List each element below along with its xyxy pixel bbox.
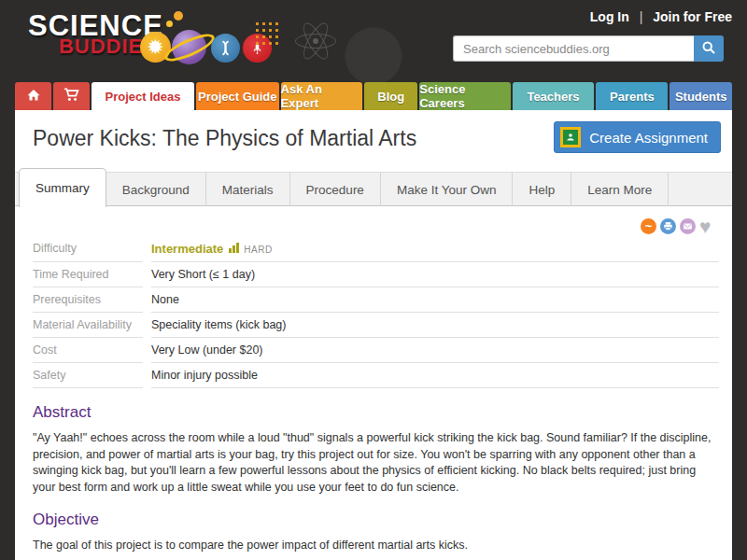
detail-row-cost: Cost Very Low (under $20)	[33, 338, 719, 363]
tab-help[interactable]: Help	[513, 173, 571, 206]
favorite-heart-icon[interactable]: ♥	[699, 218, 718, 234]
abstract-heading: Abstract	[33, 403, 719, 422]
objective-heading: Objective	[33, 511, 719, 529]
email-icon[interactable]	[680, 218, 696, 234]
join-for-free-link[interactable]: Join for Free	[653, 9, 732, 24]
google-classroom-icon	[560, 127, 581, 147]
difficulty-value: Intermediate	[151, 242, 223, 256]
detail-row-prerequisites: Prerequisites None	[33, 287, 719, 313]
tab-background[interactable]: Background	[106, 173, 206, 206]
detail-label: Cost	[33, 338, 143, 363]
detail-label: Material Availability	[33, 313, 143, 338]
project-tab-strip: Summary Background Materials Procedure M…	[15, 172, 732, 206]
tab-make-it-your-own[interactable]: Make It Your Own	[381, 173, 514, 206]
nav-project-ideas[interactable]: Project Ideas	[92, 82, 194, 110]
detail-label: Time Required	[33, 262, 143, 287]
detail-label: Prerequisites	[33, 287, 143, 313]
login-link[interactable]: Log In	[590, 9, 629, 24]
nav-ask-an-expert[interactable]: Ask An Expert	[281, 82, 363, 110]
detail-label: Difficulty	[33, 236, 143, 262]
nav-project-guide[interactable]: Project Guide	[196, 82, 279, 110]
search-icon	[701, 40, 716, 58]
site-search	[453, 35, 724, 62]
nav-students[interactable]: Students	[669, 82, 732, 110]
auth-links: Log In | Join for Free	[590, 9, 732, 24]
print-icon[interactable]	[660, 218, 676, 234]
objective-text: The goal of this project is to compare t…	[33, 538, 718, 554]
tab-summary[interactable]: Summary	[19, 168, 106, 207]
difficulty-bars-icon	[229, 243, 239, 253]
tab-materials[interactable]: Materials	[206, 173, 290, 206]
dna-icon	[211, 34, 240, 63]
main-nav: Project Ideas Project Guide Ask An Exper…	[15, 82, 732, 110]
atom-icon	[291, 17, 340, 65]
home-icon	[26, 88, 41, 105]
search-button[interactable]	[694, 35, 724, 62]
detail-value: Very Low (under $20)	[151, 338, 719, 363]
abstract-text: "Ay Yaah!" echoes across the room while …	[33, 430, 718, 496]
create-assignment-button[interactable]: Create Assignment	[554, 121, 721, 153]
nav-teachers[interactable]: Teachers	[513, 82, 595, 110]
auth-separator: |	[640, 9, 643, 24]
nav-parents[interactable]: Parents	[596, 82, 668, 110]
nav-science-careers[interactable]: Science Careers	[419, 82, 510, 110]
home-button[interactable]	[15, 82, 51, 110]
tab-learn-more[interactable]: Learn More	[571, 173, 669, 206]
share-icon[interactable]: ~	[641, 218, 656, 234]
detail-row-time: Time Required Very Short (≤ 1 day)	[33, 262, 719, 287]
detail-value: Very Short (≤ 1 day)	[151, 262, 719, 287]
detail-value: Speciality items (kick bag)	[151, 313, 719, 338]
nav-blog[interactable]: Blog	[364, 82, 417, 110]
dot-grid-decoration	[254, 21, 278, 45]
page-content: Power Kicks: The Physics of Martial Arts…	[15, 110, 732, 560]
detail-row-safety: Safety Minor injury possible	[33, 363, 719, 388]
detail-row-material-availability: Material Availability Speciality items (…	[33, 313, 719, 338]
difficulty-level: HARD	[244, 245, 272, 255]
search-input[interactable]	[453, 35, 694, 62]
cart-icon	[63, 87, 79, 105]
detail-row-difficulty: Difficulty IntermediateHARD	[33, 236, 719, 262]
share-icon-row: ~ ♥	[15, 218, 718, 234]
site-header: SCIENCE BUDDIES® ✹ Log In | Join for Fre…	[0, 0, 747, 82]
tab-procedure[interactable]: Procedure	[290, 173, 381, 206]
project-details-table: Difficulty IntermediateHARD Time Require…	[33, 236, 719, 388]
detail-value: None	[151, 287, 719, 313]
create-assignment-label: Create Assignment	[589, 130, 708, 146]
detail-value: Minor injury possible	[151, 363, 719, 388]
trail-dot-icon	[174, 11, 183, 21]
trail-dot-icon	[166, 21, 173, 27]
cart-button[interactable]	[53, 82, 90, 110]
detail-label: Safety	[33, 363, 143, 388]
